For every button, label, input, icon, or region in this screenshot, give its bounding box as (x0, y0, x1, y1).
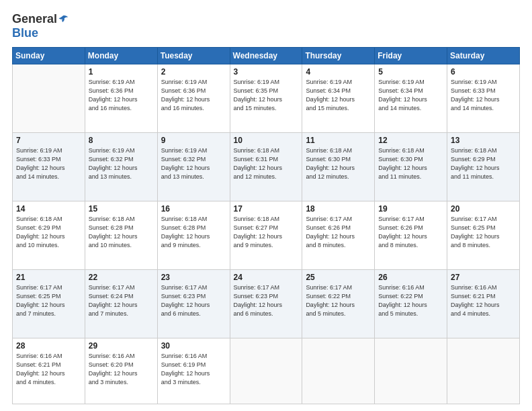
day-info-line: Sunrise: 6:18 AM (306, 146, 371, 155)
day-info-line: Daylight: 12 hours (161, 95, 226, 104)
day-info-line: Sunrise: 6:18 AM (161, 215, 226, 224)
day-info-line: Daylight: 12 hours (89, 369, 154, 378)
day-number: 24 (234, 273, 299, 282)
table-cell: 1Sunrise: 6:19 AMSunset: 6:36 PMDaylight… (85, 64, 157, 133)
table-cell: 2Sunrise: 6:19 AMSunset: 6:36 PMDaylight… (157, 64, 230, 133)
day-info-line: Sunset: 6:30 PM (378, 155, 443, 164)
table-cell: 7Sunrise: 6:19 AMSunset: 6:33 PMDaylight… (13, 132, 85, 201)
day-number: 30 (161, 341, 226, 351)
day-info-line: Sunrise: 6:19 AM (306, 78, 371, 87)
logo-general-text: General (12, 12, 57, 26)
day-info: Sunrise: 6:18 AMSunset: 6:29 PMDaylight:… (451, 146, 516, 181)
day-info-line: Daylight: 12 hours (451, 301, 516, 310)
day-info-line: and 6 minutes. (234, 310, 299, 318)
table-cell: 8Sunrise: 6:19 AMSunset: 6:32 PMDaylight… (85, 132, 157, 201)
day-number: 27 (451, 273, 516, 282)
day-info-line: and 5 minutes. (378, 310, 443, 318)
day-info-line: Sunset: 6:19 PM (161, 361, 226, 369)
day-info-line: and 12 minutes. (234, 173, 299, 181)
day-number: 29 (89, 341, 154, 351)
day-info-line: Sunset: 6:20 PM (89, 361, 154, 369)
day-info-line: Daylight: 12 hours (161, 369, 226, 378)
day-number: 23 (161, 273, 226, 282)
day-info: Sunrise: 6:18 AMSunset: 6:30 PMDaylight:… (306, 146, 371, 181)
day-info-line: and 14 minutes. (16, 173, 81, 181)
table-cell: 6Sunrise: 6:19 AMSunset: 6:33 PMDaylight… (447, 64, 520, 133)
day-info-line: Daylight: 12 hours (89, 95, 154, 104)
day-info-line: Daylight: 12 hours (234, 164, 299, 173)
day-info-line: and 5 minutes. (306, 310, 371, 318)
table-cell: 9Sunrise: 6:19 AMSunset: 6:32 PMDaylight… (157, 132, 230, 201)
day-info-line: Daylight: 12 hours (451, 232, 516, 241)
day-info-line: Sunset: 6:26 PM (306, 224, 371, 232)
day-info-line: Daylight: 12 hours (89, 301, 154, 310)
col-wednesday: Wednesday (230, 48, 302, 64)
table-cell: 14Sunrise: 6:18 AMSunset: 6:29 PMDayligh… (13, 201, 85, 269)
day-info-line: and 11 minutes. (378, 173, 443, 181)
day-info-line: and 7 minutes. (16, 310, 81, 318)
day-info-line: Sunset: 6:36 PM (161, 87, 226, 95)
day-number: 19 (378, 204, 443, 214)
day-info-line: Sunset: 6:27 PM (234, 224, 299, 232)
day-number: 17 (234, 204, 299, 214)
day-number: 4 (306, 67, 371, 77)
day-number: 7 (16, 136, 81, 145)
day-info-line: Daylight: 12 hours (306, 164, 371, 173)
table-cell: 20Sunrise: 6:17 AMSunset: 6:25 PMDayligh… (447, 201, 520, 269)
day-info-line: Sunrise: 6:17 AM (378, 215, 443, 224)
day-info: Sunrise: 6:17 AMSunset: 6:25 PMDaylight:… (451, 215, 516, 250)
day-info-line: Sunset: 6:34 PM (306, 87, 371, 95)
day-info-line: Sunset: 6:22 PM (306, 292, 371, 301)
day-info-line: and 10 minutes. (16, 241, 81, 250)
day-info-line: Daylight: 12 hours (234, 95, 299, 104)
day-info-line: and 16 minutes. (89, 104, 154, 113)
day-number: 11 (306, 136, 371, 145)
day-info-line: and 7 minutes. (89, 310, 154, 318)
day-info-line: and 4 minutes. (16, 378, 81, 387)
day-info-line: Sunrise: 6:19 AM (16, 146, 81, 155)
table-cell: 4Sunrise: 6:19 AMSunset: 6:34 PMDaylight… (302, 64, 375, 133)
day-info: Sunrise: 6:17 AMSunset: 6:26 PMDaylight:… (306, 215, 371, 250)
table-cell (447, 338, 520, 404)
day-info: Sunrise: 6:19 AMSunset: 6:32 PMDaylight:… (161, 146, 226, 181)
day-info-line: Sunset: 6:31 PM (234, 155, 299, 164)
day-info-line: Sunset: 6:30 PM (306, 155, 371, 164)
day-number: 25 (306, 273, 371, 282)
table-cell: 29Sunrise: 6:16 AMSunset: 6:20 PMDayligh… (85, 338, 157, 404)
day-info: Sunrise: 6:19 AMSunset: 6:33 PMDaylight:… (16, 146, 81, 181)
day-info-line: Sunset: 6:21 PM (16, 361, 81, 369)
day-info: Sunrise: 6:19 AMSunset: 6:35 PMDaylight:… (234, 78, 299, 113)
day-info-line: and 15 minutes. (306, 104, 371, 113)
day-info-line: Daylight: 12 hours (234, 301, 299, 310)
day-info-line: Sunrise: 6:17 AM (161, 283, 226, 292)
day-info-line: Daylight: 12 hours (378, 301, 443, 310)
day-info-line: Sunrise: 6:19 AM (378, 78, 443, 87)
calendar-week-row: 14Sunrise: 6:18 AMSunset: 6:29 PMDayligh… (13, 201, 520, 269)
day-info: Sunrise: 6:19 AMSunset: 6:33 PMDaylight:… (451, 78, 516, 113)
day-info-line: and 16 minutes. (161, 104, 226, 113)
col-friday: Friday (375, 48, 447, 64)
day-info: Sunrise: 6:17 AMSunset: 6:25 PMDaylight:… (16, 283, 81, 318)
col-tuesday: Tuesday (157, 48, 230, 64)
day-info-line: Sunrise: 6:17 AM (306, 215, 371, 224)
day-info-line: Sunrise: 6:16 AM (378, 283, 443, 292)
day-info-line: Sunrise: 6:17 AM (451, 215, 516, 224)
logo-bird-icon (57, 13, 69, 26)
day-number: 20 (451, 204, 516, 214)
table-cell: 13Sunrise: 6:18 AMSunset: 6:29 PMDayligh… (447, 132, 520, 201)
header: General Blue (12, 12, 520, 40)
day-info-line: Daylight: 12 hours (378, 232, 443, 241)
day-info: Sunrise: 6:16 AMSunset: 6:19 PMDaylight:… (161, 352, 226, 387)
day-info-line: Sunset: 6:22 PM (378, 292, 443, 301)
table-cell (230, 338, 302, 404)
day-info: Sunrise: 6:17 AMSunset: 6:23 PMDaylight:… (234, 283, 299, 318)
calendar-week-row: 7Sunrise: 6:19 AMSunset: 6:33 PMDaylight… (13, 132, 520, 201)
page: General Blue Sunday Monday Tuesday Wedne… (0, 0, 532, 411)
day-info-line: Daylight: 12 hours (161, 232, 226, 241)
day-info-line: and 9 minutes. (161, 241, 226, 250)
col-monday: Monday (85, 48, 157, 64)
day-info: Sunrise: 6:18 AMSunset: 6:28 PMDaylight:… (89, 215, 154, 250)
day-info-line: Sunset: 6:32 PM (89, 155, 154, 164)
day-info-line: Daylight: 12 hours (234, 232, 299, 241)
day-info-line: Daylight: 12 hours (451, 95, 516, 104)
